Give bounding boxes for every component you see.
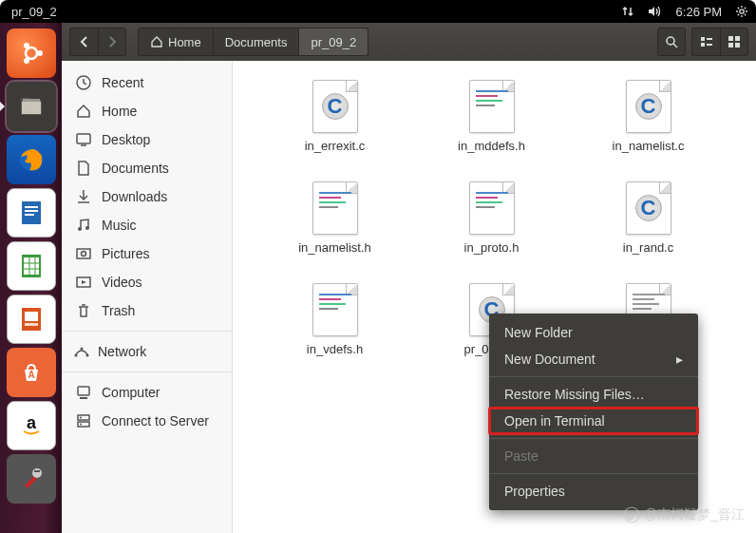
cm-new-document[interactable]: New Document▸ bbox=[489, 346, 698, 372]
svg-rect-22 bbox=[34, 470, 40, 472]
places-sidebar: RecentHomeDesktopDocumentsDownloadsMusic… bbox=[62, 61, 233, 533]
search-button[interactable] bbox=[657, 28, 686, 56]
server-icon bbox=[75, 412, 92, 429]
svg-text:a: a bbox=[26, 413, 36, 432]
volume-icon[interactable] bbox=[648, 5, 663, 18]
sidebar-item-label: Connect to Server bbox=[102, 413, 209, 428]
home-icon bbox=[75, 103, 92, 120]
watermark: @南柯疑梦_晋江 bbox=[623, 506, 745, 523]
sidebar-item-recent[interactable]: Recent bbox=[62, 68, 232, 97]
sidebar-item-label: Recent bbox=[102, 75, 143, 90]
breadcrumb-documents[interactable]: Documents bbox=[214, 28, 300, 56]
sidebar-item-computer[interactable]: Computer bbox=[62, 378, 232, 407]
impress-launcher-icon[interactable] bbox=[7, 295, 56, 344]
breadcrumb-home[interactable]: Home bbox=[138, 28, 214, 56]
cm-separator bbox=[489, 438, 698, 439]
unity-launcher: A a bbox=[0, 23, 62, 533]
svg-point-1 bbox=[26, 48, 37, 59]
sidebar-item-desktop[interactable]: Desktop bbox=[62, 125, 232, 154]
cm-restore-missing[interactable]: Restore Missing Files… bbox=[489, 381, 698, 408]
svg-point-49 bbox=[626, 513, 633, 521]
software-launcher-icon[interactable]: A bbox=[7, 348, 56, 397]
sidebar-network-header[interactable]: Network bbox=[62, 337, 232, 366]
weibo-icon bbox=[623, 506, 640, 523]
file-item[interactable]: in_vdefs.h bbox=[261, 283, 408, 356]
calc-launcher-icon[interactable] bbox=[7, 241, 56, 291]
amazon-launcher-icon[interactable]: a bbox=[7, 401, 56, 450]
file-icon bbox=[626, 80, 671, 133]
svg-rect-24 bbox=[701, 37, 705, 41]
cm-separator bbox=[489, 376, 698, 377]
sidebar-item-pictures[interactable]: Pictures bbox=[62, 239, 232, 268]
sidebar-item-music[interactable]: Music bbox=[62, 211, 232, 239]
cm-open-terminal[interactable]: Open in Terminal bbox=[489, 408, 698, 434]
file-item[interactable]: in_proto.h bbox=[418, 181, 565, 255]
sidebar-separator bbox=[62, 371, 232, 372]
gear-icon[interactable] bbox=[735, 5, 748, 18]
svg-text:A: A bbox=[28, 370, 34, 380]
cm-paste: Paste bbox=[489, 443, 698, 469]
svg-rect-13 bbox=[25, 214, 34, 216]
svg-rect-30 bbox=[728, 43, 733, 48]
files-launcher-icon[interactable] bbox=[7, 82, 56, 131]
svg-rect-15 bbox=[24, 257, 39, 275]
svg-rect-10 bbox=[22, 201, 41, 224]
svg-rect-7 bbox=[22, 102, 41, 114]
file-item[interactable]: in_namelist.c bbox=[575, 80, 722, 153]
back-button[interactable] bbox=[69, 28, 98, 56]
network-icon[interactable] bbox=[621, 5, 634, 18]
file-item[interactable]: in_rand.c bbox=[575, 181, 722, 255]
svg-point-35 bbox=[85, 226, 89, 230]
list-view-button[interactable] bbox=[691, 28, 720, 56]
svg-rect-42 bbox=[78, 387, 89, 395]
desktop-icon bbox=[75, 131, 92, 148]
svg-rect-36 bbox=[77, 249, 90, 258]
sidebar-item-label: Computer bbox=[102, 385, 160, 400]
dash-icon[interactable] bbox=[7, 29, 56, 78]
sidebar-item-trash[interactable]: Trash bbox=[62, 296, 232, 325]
file-name: in_rand.c bbox=[623, 240, 673, 255]
svg-rect-45 bbox=[78, 422, 89, 427]
sidebar-item-documents[interactable]: Documents bbox=[62, 154, 232, 182]
forward-button[interactable] bbox=[98, 28, 126, 56]
cm-new-folder[interactable]: New Folder bbox=[489, 319, 698, 346]
sidebar-item-label: Home bbox=[102, 104, 137, 119]
cm-properties[interactable]: Properties bbox=[489, 478, 698, 504]
file-item[interactable]: in_errexit.c bbox=[261, 80, 408, 153]
svg-point-3 bbox=[24, 43, 29, 48]
clock[interactable]: 6:26 PM bbox=[676, 5, 722, 19]
breadcrumb-current[interactable]: pr_09_2 bbox=[299, 28, 369, 56]
file-icon bbox=[626, 181, 671, 235]
file-item[interactable]: in_mddefs.h bbox=[418, 80, 565, 153]
sidebar-item-videos[interactable]: Videos bbox=[62, 268, 232, 296]
system-tray: 6:26 PM bbox=[621, 5, 748, 19]
sidebar-item-downloads[interactable]: Downloads bbox=[62, 182, 232, 211]
computer-icon bbox=[75, 384, 92, 401]
music-icon bbox=[75, 217, 92, 234]
downloads-icon bbox=[75, 188, 92, 205]
svg-rect-17 bbox=[25, 312, 38, 321]
cm-separator bbox=[489, 473, 698, 474]
writer-launcher-icon[interactable] bbox=[7, 188, 56, 238]
grid-view-button[interactable] bbox=[720, 28, 748, 56]
svg-rect-18 bbox=[25, 323, 38, 326]
svg-point-23 bbox=[667, 37, 674, 45]
settings-launcher-icon[interactable] bbox=[7, 454, 56, 504]
network-icon bbox=[73, 343, 90, 360]
svg-rect-26 bbox=[707, 38, 712, 40]
breadcrumb-label: Home bbox=[168, 35, 201, 49]
svg-point-41 bbox=[86, 354, 89, 357]
sidebar-item-home[interactable]: Home bbox=[62, 97, 232, 125]
svg-point-37 bbox=[82, 252, 86, 257]
file-item[interactable]: in_namelist.h bbox=[261, 181, 408, 255]
sidebar-item-label: Videos bbox=[102, 275, 142, 290]
svg-point-4 bbox=[24, 58, 29, 64]
sidebar-item-connect-to-server[interactable]: Connect to Server bbox=[62, 407, 232, 435]
svg-rect-12 bbox=[25, 210, 38, 212]
firefox-launcher-icon[interactable] bbox=[7, 135, 56, 184]
breadcrumb-label: pr_09_2 bbox=[311, 35, 356, 49]
toolbar: Home Documents pr_09_2 bbox=[62, 23, 756, 61]
videos-icon bbox=[75, 274, 92, 291]
clock-icon bbox=[75, 74, 92, 91]
file-name: in_proto.h bbox=[464, 240, 520, 255]
